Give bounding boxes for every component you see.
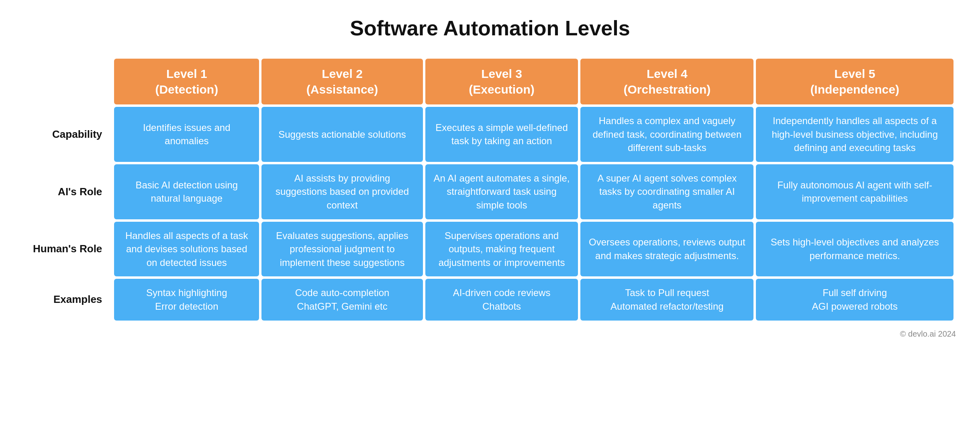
- cell-row2-col1: Evaluates suggestions, applies professio…: [261, 222, 423, 277]
- corner-cell: [27, 59, 112, 104]
- cell-row3-col3: Task to Pull requestAutomated refactor/t…: [580, 279, 753, 320]
- automation-levels-table: Level 1(Detection)Level 2(Assistance)Lev…: [24, 56, 956, 323]
- cell-row2-col4: Sets high-level objectives and analyzes …: [756, 222, 953, 277]
- header-level4: Level 4(Orchestration): [580, 59, 753, 104]
- table-wrapper: Level 1(Detection)Level 2(Assistance)Lev…: [24, 56, 956, 323]
- cell-row3-col2: AI-driven code reviewsChatbots: [425, 279, 578, 320]
- footer-text: © devlo.ai 2024: [900, 329, 956, 339]
- cell-row0-col0: Identifies issues and anomalies: [114, 107, 259, 162]
- cell-row2-col3: Oversees operations, reviews output and …: [580, 222, 753, 277]
- cell-row0-col3: Handles a complex and vaguely defined ta…: [580, 107, 753, 162]
- cell-row1-col2: An AI agent automates a single, straight…: [425, 164, 578, 219]
- cell-row1-col1: AI assists by providing suggestions base…: [261, 164, 423, 219]
- cell-row0-col1: Suggests actionable solutions: [261, 107, 423, 162]
- header-level3: Level 3(Execution): [425, 59, 578, 104]
- cell-row2-col0: Handles all aspects of a task and devise…: [114, 222, 259, 277]
- row-label-capability: Capability: [27, 107, 112, 162]
- cell-row2-col2: Supervises operations and outputs, makin…: [425, 222, 578, 277]
- cell-row0-col4: Independently handles all aspects of a h…: [756, 107, 953, 162]
- cell-row3-col1: Code auto-completionChatGPT, Gemini etc: [261, 279, 423, 320]
- header-level1: Level 1(Detection): [114, 59, 259, 104]
- table-row: AI's RoleBasic AI detection using natura…: [27, 164, 953, 219]
- cell-row1-col0: Basic AI detection using natural languag…: [114, 164, 259, 219]
- table-row: Human's RoleHandles all aspects of a tas…: [27, 222, 953, 277]
- table-row: ExamplesSyntax highlightingError detecti…: [27, 279, 953, 320]
- cell-row0-col2: Executes a simple well-defined task by t…: [425, 107, 578, 162]
- page-title: Software Automation Levels: [350, 16, 630, 40]
- cell-row1-col4: Fully autonomous AI agent with self-impr…: [756, 164, 953, 219]
- row-label-examples: Examples: [27, 279, 112, 320]
- cell-row3-col4: Full self drivingAGI powered robots: [756, 279, 953, 320]
- row-label-ai-s-role: AI's Role: [27, 164, 112, 219]
- cell-row1-col3: A super AI agent solves complex tasks by…: [580, 164, 753, 219]
- header-level2: Level 2(Assistance): [261, 59, 423, 104]
- table-row: CapabilityIdentifies issues and anomalie…: [27, 107, 953, 162]
- header-level5: Level 5(Independence): [756, 59, 953, 104]
- cell-row3-col0: Syntax highlightingError detection: [114, 279, 259, 320]
- row-label-human-s-role: Human's Role: [27, 222, 112, 277]
